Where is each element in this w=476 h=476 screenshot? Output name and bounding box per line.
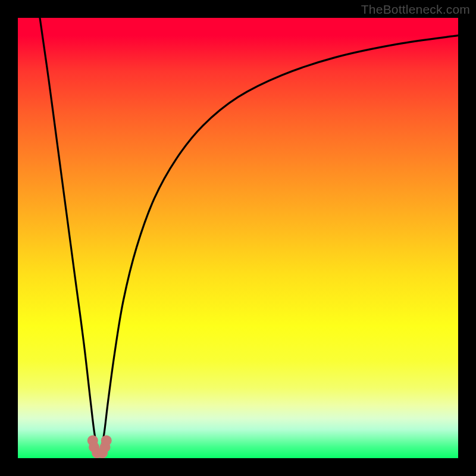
- plot-area: [18, 18, 458, 458]
- watermark-text: TheBottleneck.com: [361, 2, 470, 17]
- minimum-markers: [87, 435, 112, 458]
- bottleneck-curve: [40, 18, 458, 454]
- chart-svg: [18, 18, 458, 458]
- chart-frame: TheBottleneck.com: [0, 0, 476, 476]
- minimum-marker: [101, 435, 112, 446]
